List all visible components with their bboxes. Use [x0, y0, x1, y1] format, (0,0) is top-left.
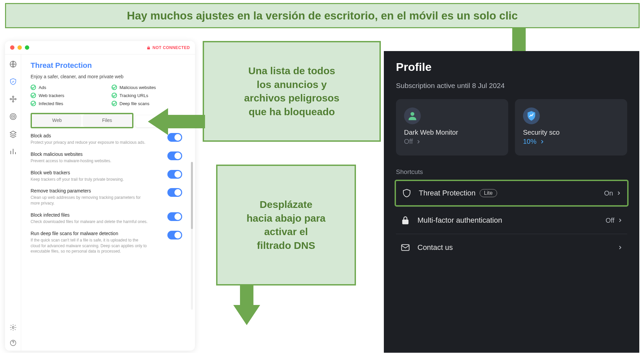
svg-point-4	[12, 101, 14, 102]
setting-remove-tracking-params: Remove tracking parametersClean up web a…	[31, 188, 182, 206]
chevron-right-icon	[539, 139, 545, 145]
sidebar-stats-icon[interactable]	[9, 147, 17, 156]
annotation-text: Desplázate hacia abajo para activar el f…	[246, 198, 325, 252]
shortcut-value-text: Off	[606, 217, 614, 224]
feature-malicious: Malicious websites	[112, 85, 186, 90]
chevron-right-icon	[415, 139, 421, 145]
connection-status-text: NOT CONNECTED	[153, 45, 190, 50]
feature-trackers: Web trackers	[31, 93, 105, 98]
tab-files[interactable]: Files	[83, 114, 131, 127]
svg-point-1	[10, 98, 11, 100]
check-icon	[112, 85, 117, 90]
check-icon	[112, 93, 117, 98]
chevron-right-icon	[617, 217, 623, 223]
annotation-banner-top: Hay muchos ajustes en la versión de escr…	[5, 3, 640, 28]
sidebar-globe-icon[interactable]	[9, 60, 17, 69]
shortcut-label-text: Multi-factor authentication	[417, 216, 502, 225]
sidebar-mesh-icon[interactable]	[9, 95, 17, 103]
svg-point-5	[10, 114, 16, 120]
page-subtitle: Enjoy a safer, cleaner, and more private…	[31, 74, 186, 79]
svg-point-8	[12, 326, 14, 328]
svg-point-7	[13, 116, 13, 117]
shortcuts-heading: Shortcuts	[396, 168, 627, 176]
shield-chart-icon	[523, 107, 540, 124]
check-icon	[31, 85, 36, 90]
tabs-highlighted: Web Files	[31, 113, 133, 128]
check-icon	[31, 101, 36, 106]
lock-icon	[400, 215, 411, 226]
annotation-callout-list: Una lista de todos los anuncios y archiv…	[203, 41, 381, 142]
sidebar-help-icon[interactable]	[9, 339, 17, 347]
settings-list: Block adsProtect your privacy and reduce…	[31, 133, 186, 254]
scrollbar-thumb[interactable]	[191, 162, 193, 229]
card-title: Security sco	[523, 129, 619, 136]
card-title: Dark Web Monitor	[404, 129, 500, 136]
sidebar-layers-icon[interactable]	[9, 130, 17, 138]
setting-deep-scan: Run deep file scans for malware detectio…	[31, 231, 182, 254]
arrow-head-icon	[233, 305, 260, 325]
window-titlebar: NOT CONNECTED	[5, 41, 195, 54]
shortcut-label-text: Contact us	[417, 243, 453, 252]
cards-row: Dark Web Monitor Off Security sco 10%	[396, 99, 627, 156]
card-value: 10%	[523, 138, 536, 145]
annotation-text: Una lista de todos los anuncios y archiv…	[244, 64, 339, 119]
connection-status: NOT CONNECTED	[147, 45, 190, 50]
mobile-page-title: Profile	[384, 51, 639, 82]
minimize-window-button[interactable]	[17, 45, 22, 50]
lite-badge: Lite	[480, 189, 497, 197]
page-title: Threat Protection	[31, 61, 186, 70]
features-grid: Ads Malicious websites Web trackers Trac…	[31, 85, 186, 106]
card-dark-web-monitor[interactable]: Dark Web Monitor Off	[396, 99, 508, 156]
setting-block-infected: Block infected filesCheck downloaded fil…	[31, 212, 182, 225]
svg-rect-11	[402, 245, 409, 251]
chevron-right-icon	[617, 245, 623, 251]
sidebar-settings-icon[interactable]	[9, 323, 17, 332]
lock-icon	[147, 46, 151, 50]
arrow-head-icon	[148, 108, 168, 135]
toggle-block-malicious[interactable]	[167, 151, 182, 160]
feature-tracking-urls: Tracking URLs	[112, 93, 186, 98]
feature-deep-scans: Deep file scans	[112, 101, 186, 106]
shortcut-contact-us[interactable]: Contact us	[396, 234, 627, 261]
shortcut-mfa[interactable]: Multi-factor authentication Off	[396, 207, 627, 234]
feature-infected: Infected files	[31, 101, 105, 106]
chevron-right-icon	[616, 190, 622, 196]
shield-icon	[401, 188, 412, 198]
check-icon	[31, 93, 36, 98]
scrollbar[interactable]	[191, 162, 193, 310]
toggle-block-ads[interactable]	[167, 133, 182, 142]
svg-point-2	[15, 98, 16, 100]
mail-icon	[400, 242, 411, 253]
setting-block-malicious: Block malicious websitesPrevent access t…	[31, 151, 182, 164]
sidebar-target-icon[interactable]	[9, 112, 17, 121]
arrow-icon	[168, 115, 205, 128]
main-content: Threat Protection Enjoy a safer, cleaner…	[21, 54, 195, 351]
card-security-score[interactable]: Security sco 10%	[515, 99, 627, 156]
shortcut-value-text: On	[604, 189, 613, 197]
shortcut-label-text: Threat Protection	[419, 189, 476, 197]
subscription-status: Subscription active until 8 Jul 2024	[396, 82, 627, 90]
svg-point-6	[11, 115, 15, 118]
desktop-app-window: NOT CONNECTED	[5, 41, 195, 351]
sidebar	[5, 54, 21, 351]
card-value: Off	[404, 138, 413, 145]
svg-point-3	[12, 96, 14, 97]
mobile-app-panel: Profile Subscription active until 8 Jul …	[384, 51, 639, 353]
tab-web[interactable]: Web	[33, 114, 81, 127]
sidebar-shield-icon[interactable]	[9, 77, 17, 86]
arrow-icon	[240, 285, 253, 306]
toggle-block-infected[interactable]	[167, 212, 182, 221]
svg-point-10	[410, 112, 414, 116]
annotation-text: Hay muchos ajustes en la versión de escr…	[127, 9, 518, 22]
toggle-remove-tracking-params[interactable]	[167, 188, 182, 197]
annotation-callout-scroll: Desplázate hacia abajo para activar el f…	[216, 165, 356, 285]
check-icon	[112, 101, 117, 106]
close-window-button[interactable]	[10, 45, 14, 50]
maximize-window-button[interactable]	[25, 45, 29, 50]
avatar-icon	[404, 107, 421, 124]
shortcut-threat-protection[interactable]: Threat Protection Lite On	[395, 180, 629, 207]
traffic-lights	[10, 45, 29, 50]
feature-ads: Ads	[31, 85, 105, 90]
toggle-deep-scan[interactable]	[167, 231, 182, 239]
toggle-block-trackers[interactable]	[167, 170, 182, 179]
